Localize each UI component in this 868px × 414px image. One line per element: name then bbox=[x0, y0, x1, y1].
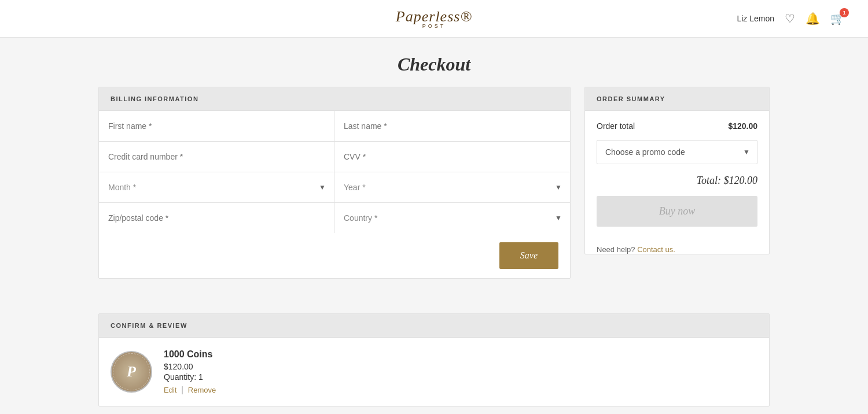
order-total-amount: $120.00 bbox=[728, 121, 757, 131]
confirm-body: P 1000 Coins $120.00 Quantity: 1 Edit | … bbox=[99, 338, 769, 406]
save-button[interactable]: Save bbox=[499, 242, 558, 269]
order-total-label: Order total bbox=[597, 121, 635, 131]
month-select[interactable]: Month * 01 - January 02 - February 03 - … bbox=[99, 172, 334, 202]
promo-select-wrap: Choose a promo code PROMO10 SAVE20 ▼ bbox=[597, 140, 757, 164]
order-body: Order total $120.00 Choose a promo code … bbox=[585, 111, 769, 237]
month-cell: Month * 01 - January 02 - February 03 - … bbox=[99, 172, 334, 203]
last-name-input[interactable] bbox=[334, 111, 570, 141]
country-select[interactable]: Country * United States Canada United Ki… bbox=[334, 203, 570, 233]
country-cell: Country * United States Canada United Ki… bbox=[334, 203, 570, 233]
remove-link[interactable]: Remove bbox=[188, 386, 216, 394]
year-cell: Year * 2024 2025 2026 2027 2028 2029 203… bbox=[334, 172, 570, 203]
billing-header: BILLING INFORMATION bbox=[99, 87, 570, 111]
form-actions: Save bbox=[99, 233, 570, 278]
last-name-cell bbox=[334, 111, 570, 142]
order-summary-header: ORDER SUMMARY bbox=[585, 87, 769, 111]
billing-section: BILLING INFORMATION Month * 01 - January… bbox=[98, 87, 571, 279]
first-name-input[interactable] bbox=[99, 111, 334, 141]
cart-badge: 1 bbox=[840, 8, 849, 17]
billing-form: Month * 01 - January 02 - February 03 - … bbox=[99, 111, 570, 233]
logo: Paperless® POST bbox=[396, 8, 472, 29]
promo-select[interactable]: Choose a promo code PROMO10 SAVE20 bbox=[597, 141, 757, 164]
confirm-header: CONFIRM & REVIEW bbox=[99, 314, 769, 338]
main-content: BILLING INFORMATION Month * 01 - January… bbox=[75, 87, 793, 302]
product-price: $120.00 bbox=[164, 362, 216, 371]
bottom-content: CONFIRM & REVIEW P 1000 Coins $120.00 Qu… bbox=[75, 313, 793, 414]
product-quantity: Quantity: 1 bbox=[164, 372, 216, 382]
first-name-cell bbox=[99, 111, 334, 142]
buy-now-button[interactable]: Buy now bbox=[597, 196, 757, 227]
heart-icon[interactable]: ♡ bbox=[785, 12, 795, 25]
credit-card-cell bbox=[99, 142, 334, 172]
zip-cell bbox=[99, 203, 334, 233]
product-circle-border bbox=[113, 353, 150, 390]
edit-link[interactable]: Edit bbox=[164, 386, 176, 394]
zip-input[interactable] bbox=[99, 203, 334, 233]
total-line: Total: $120.00 bbox=[597, 175, 757, 187]
product-logo: P bbox=[111, 351, 152, 393]
username: Liz Lemon bbox=[737, 14, 774, 23]
page-title: Checkout bbox=[0, 38, 868, 87]
order-total-row: Order total $120.00 bbox=[597, 121, 757, 131]
cvv-input[interactable] bbox=[334, 142, 570, 172]
need-help: Need help? Contact us. bbox=[585, 237, 769, 254]
contact-us-link[interactable]: Contact us. bbox=[637, 245, 675, 254]
cart-icon[interactable]: 🛒 1 bbox=[830, 12, 845, 25]
order-summary-section: ORDER SUMMARY Order total $120.00 Choose… bbox=[584, 87, 770, 254]
year-select[interactable]: Year * 2024 2025 2026 2027 2028 2029 203… bbox=[334, 172, 570, 202]
product-info: 1000 Coins $120.00 Quantity: 1 Edit | Re… bbox=[164, 349, 216, 394]
product-name: 1000 Coins bbox=[164, 349, 216, 360]
credit-card-input[interactable] bbox=[99, 142, 334, 172]
header: Paperless® POST Liz Lemon ♡ 🔔 🛒 1 bbox=[0, 0, 868, 38]
product-actions: Edit | Remove bbox=[164, 385, 216, 394]
confirm-section: CONFIRM & REVIEW P 1000 Coins $120.00 Qu… bbox=[98, 313, 770, 406]
need-help-text: Need help? bbox=[597, 245, 635, 254]
divider: | bbox=[181, 385, 186, 394]
header-right: Liz Lemon ♡ 🔔 🛒 1 bbox=[434, 12, 845, 25]
cvv-cell bbox=[334, 142, 570, 172]
notification-icon[interactable]: 🔔 bbox=[806, 12, 820, 25]
